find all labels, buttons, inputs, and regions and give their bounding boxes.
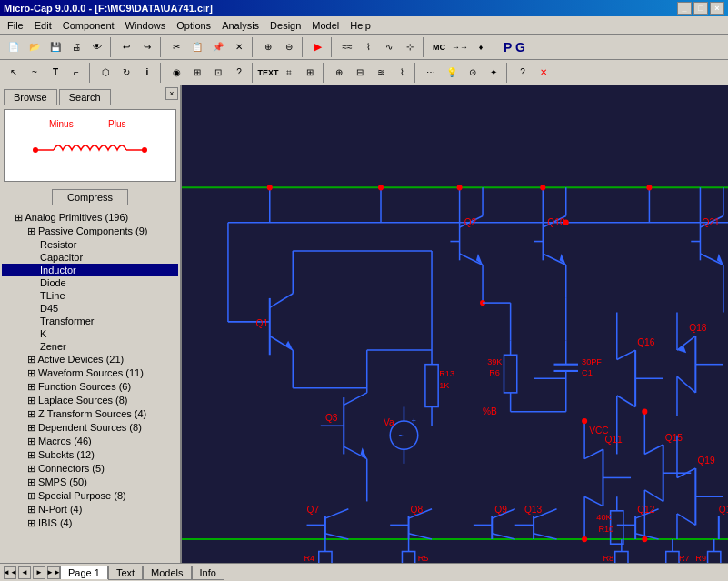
zoom-fit-tool[interactable]: ⊟ (350, 63, 370, 83)
search-tab[interactable]: Search (59, 89, 111, 105)
tree-analog-primitives[interactable]: ⊞ Analog Primitives (196) (2, 211, 178, 225)
tb-close[interactable]: ✕ (534, 63, 553, 83)
zoom-out-button[interactable]: ⊖ (279, 37, 299, 57)
tb-btn-cursor[interactable]: ⊹ (400, 37, 420, 57)
redo-button[interactable]: ↪ (137, 37, 157, 57)
tb-extra3[interactable]: ✦ (484, 63, 504, 83)
tab-info[interactable]: Info (192, 566, 224, 580)
svg-text:R4: R4 (304, 554, 314, 563)
select-tool[interactable]: ↖ (4, 63, 24, 83)
open-button[interactable]: 📂 (25, 37, 45, 57)
nav-next-button[interactable]: ► (33, 566, 45, 579)
tb-btn-scope[interactable]: ⌇ (358, 37, 378, 57)
tb-extra2[interactable]: ⊙ (463, 63, 483, 83)
zoom-in-button[interactable]: ⊕ (258, 37, 278, 57)
component-tool[interactable]: ⬡ (95, 63, 115, 83)
svg-point-173 (582, 536, 587, 542)
preview-button[interactable]: 👁 (87, 37, 107, 57)
tb-btn-mc[interactable]: MC (429, 37, 449, 57)
tb-extra1[interactable]: ⋯ (421, 63, 441, 83)
tab-text[interactable]: Text (108, 566, 143, 580)
bus-tool[interactable]: ⌐ (66, 63, 86, 83)
text-box-tool[interactable]: TEXT (258, 63, 278, 83)
nav-last-button[interactable]: ►► (47, 566, 60, 579)
tb-btn-wave[interactable]: ≈≈ (337, 37, 357, 57)
tb-t2[interactable]: ⊞ (300, 63, 320, 83)
copy-button[interactable]: 📋 (187, 37, 207, 57)
nav-first-button[interactable]: ◄◄ (4, 566, 16, 579)
tree-dependent-sources[interactable]: ⊞ Dependent Sources (8) (2, 421, 178, 435)
tree-zener[interactable]: Zener (2, 340, 178, 353)
tree-function-sources[interactable]: ⊞ Function Sources (6) (2, 380, 178, 394)
browse-tab[interactable]: Browse (4, 89, 57, 105)
menu-file[interactable]: File (2, 18, 29, 33)
tree-ibis[interactable]: ⊞ IBIS (4) (2, 516, 178, 530)
tree-inductor[interactable]: Inductor (2, 264, 178, 276)
menu-options[interactable]: Options (171, 18, 216, 33)
menu-design[interactable]: Design (264, 18, 306, 33)
tb-help[interactable]: ? (513, 63, 533, 83)
tree-d45[interactable]: D45 (2, 302, 178, 315)
tree-k[interactable]: K (2, 327, 178, 340)
tb-light[interactable]: 💡 (442, 63, 462, 83)
tree-macros[interactable]: ⊞ Macros (46) (2, 435, 178, 448)
new-button[interactable]: 📄 (4, 37, 24, 57)
paste-button[interactable]: 📌 (208, 37, 228, 57)
zoom-window-tool[interactable]: ⊕ (329, 63, 349, 83)
tree-connectors[interactable]: ⊞ Connectors (5) (2, 462, 178, 476)
tree-n-port[interactable]: ⊞ N-Port (4) (2, 503, 178, 516)
scope-tool[interactable]: ⊞ (187, 63, 207, 83)
tree-passive-components[interactable]: ⊞ Passive Components (9) (2, 225, 178, 238)
svg-point-170 (563, 220, 569, 225)
menu-component[interactable]: Component (57, 18, 120, 33)
tree-tline[interactable]: TLine (2, 289, 178, 302)
tree-capacitor[interactable]: Capacitor (2, 251, 178, 264)
tree-z-transform[interactable]: ⊞ Z Transform Sources (4) (2, 407, 178, 421)
tree-diode[interactable]: Diode (2, 276, 178, 289)
print-button[interactable]: 🖨 (66, 37, 86, 57)
probe-tool[interactable]: ◉ (166, 63, 186, 83)
text-tool[interactable]: T (45, 63, 65, 83)
tb-btn-noise[interactable]: ♦ (471, 37, 491, 57)
tab-models[interactable]: Models (143, 566, 191, 580)
menu-analysis[interactable]: Analysis (216, 18, 264, 33)
tb-btn-sens[interactable]: →→ (450, 37, 470, 57)
panel-close-button[interactable]: × (165, 87, 178, 100)
tree-resistor[interactable]: Resistor (2, 238, 178, 251)
nav-prev-button[interactable]: ◄ (18, 566, 31, 579)
tree-active-devices[interactable]: ⊞ Active Devices (21) (2, 353, 178, 366)
question-tool[interactable]: ? (229, 63, 249, 83)
close-button[interactable]: × (710, 2, 724, 15)
cut-button[interactable]: ✂ (166, 37, 186, 57)
svg-text:Q16: Q16 (637, 337, 655, 347)
measure-tool[interactable]: ⊡ (208, 63, 228, 83)
minimize-button[interactable]: _ (677, 2, 692, 15)
tree-subcktis[interactable]: ⊞ Subckts (12) (2, 448, 178, 462)
tb-wave1[interactable]: ≋ (371, 63, 391, 83)
maximize-button[interactable]: □ (693, 2, 708, 15)
rotate-tool[interactable]: ↻ (116, 63, 136, 83)
tb-wave2[interactable]: ⌇ (392, 63, 412, 83)
delete-button[interactable]: ✕ (229, 37, 249, 57)
save-button[interactable]: 💾 (45, 37, 65, 57)
run-button[interactable]: ▶ (308, 37, 328, 57)
tree-laplace-sources[interactable]: ⊞ Laplace Sources (8) (2, 394, 178, 407)
tb-t1[interactable]: ⌗ (279, 63, 299, 83)
info-tool[interactable]: i (137, 63, 157, 83)
tree-special-purpose[interactable]: ⊞ Special Purpose (8) (2, 489, 178, 503)
menu-edit[interactable]: Edit (29, 18, 57, 33)
tree-transformer[interactable]: Transformer (2, 315, 178, 327)
menu-help[interactable]: Help (344, 18, 376, 33)
menu-windows[interactable]: Windows (120, 18, 172, 33)
menu-model[interactable]: Model (306, 18, 344, 33)
tsep1 (89, 63, 93, 83)
tree-smps[interactable]: ⊞ SMPS (50) (2, 476, 178, 489)
compress-button[interactable]: Compress (52, 189, 128, 205)
undo-button[interactable]: ↩ (116, 37, 136, 57)
component-tree[interactable]: ⊞ Analog Primitives (196) ⊞ Passive Comp… (0, 209, 180, 563)
schematic-area[interactable]: Q1 Q2 Q10 (182, 85, 728, 563)
wave-tool[interactable]: ~ (25, 63, 45, 83)
tree-waveform-sources[interactable]: ⊞ Waveform Sources (11) (2, 366, 178, 380)
tab-page1[interactable]: Page 1 (60, 566, 108, 579)
tb-btn-fft[interactable]: ∿ (379, 37, 399, 57)
